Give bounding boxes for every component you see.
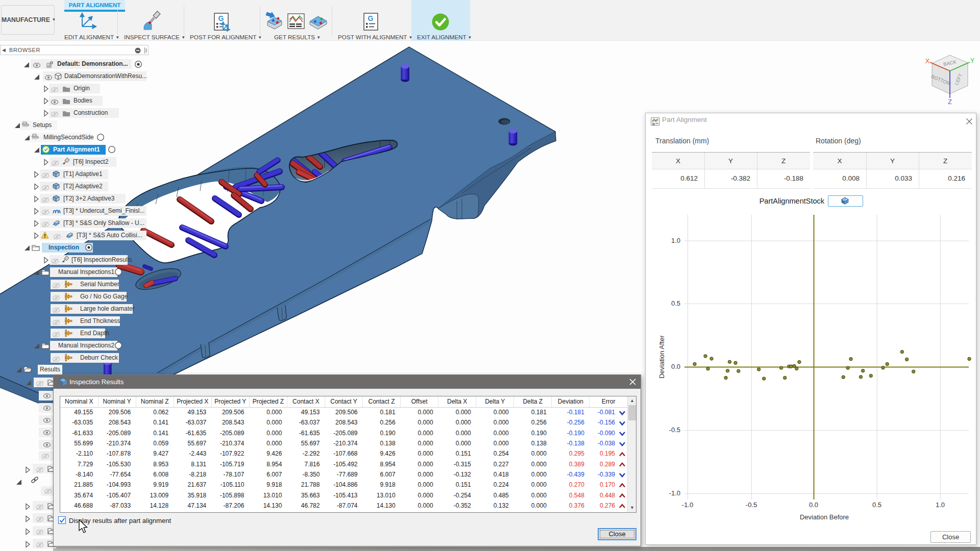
svg-text:X: X [925,57,930,65]
svg-text:Y: Y [970,57,975,64]
svg-text:Z: Z [948,98,952,106]
svg-text:G: G [368,14,374,22]
